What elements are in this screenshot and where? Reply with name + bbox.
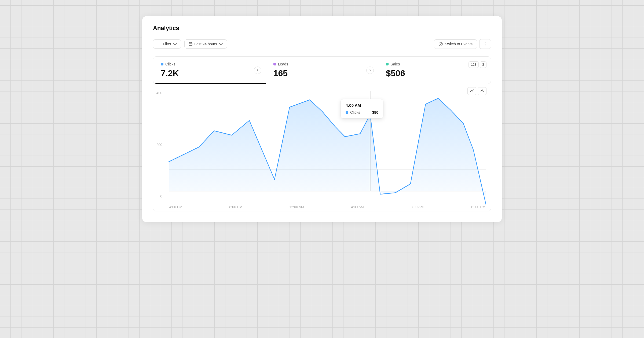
x-axis-labels: 4:00 PM 8:00 PM 12:00 AM 4:00 AM 8:00 AM… bbox=[169, 205, 486, 209]
switch-events-button[interactable]: Switch to Events bbox=[434, 39, 477, 49]
sales-value: $506 bbox=[386, 68, 483, 78]
tooltip-label: Clicks bbox=[346, 110, 360, 115]
calendar-icon bbox=[188, 42, 193, 46]
switch-events-icon bbox=[438, 42, 443, 46]
sales-controls: 123 $ bbox=[469, 61, 486, 68]
clicks-value: 7.2K bbox=[161, 68, 258, 78]
x-label-8pm: 8:00 PM bbox=[229, 205, 242, 209]
x-label-8am: 8:00 AM bbox=[411, 205, 424, 209]
chart-tooltip: 4:00 AM Clicks 380 bbox=[341, 99, 383, 119]
x-label-4am: 4:00 AM bbox=[351, 205, 364, 209]
svg-rect-3 bbox=[189, 43, 192, 46]
more-icon: ⋮ bbox=[483, 41, 488, 47]
clicks-label: Clicks bbox=[165, 62, 175, 66]
filter-button[interactable]: Filter bbox=[153, 39, 181, 49]
time-range-label: Last 24 hours bbox=[194, 42, 217, 46]
page-title: Analytics bbox=[153, 25, 491, 32]
tooltip-metric-label: Clicks bbox=[350, 110, 360, 115]
y-axis-labels: 400 200 0 bbox=[156, 91, 164, 198]
time-range-button[interactable]: Last 24 hours bbox=[184, 39, 227, 49]
x-label-12am: 12:00 AM bbox=[289, 205, 304, 209]
metric-leads[interactable]: Leads 165 bbox=[266, 57, 379, 84]
sales-dollar-button[interactable]: $ bbox=[480, 61, 486, 68]
y-label-200: 200 bbox=[156, 143, 162, 147]
analytics-card: Analytics Filter Last 24 hours bbox=[142, 16, 502, 222]
clicks-nav-button[interactable] bbox=[254, 67, 261, 74]
chart-container: 400 200 0 bbox=[169, 91, 486, 209]
metric-clicks[interactable]: Clicks 7.2K bbox=[153, 57, 266, 84]
sales-count-button[interactable]: 123 bbox=[469, 61, 479, 68]
more-button[interactable]: ⋮ bbox=[479, 39, 491, 49]
toolbar: Filter Last 24 hours bbox=[153, 39, 491, 49]
chart-svg bbox=[169, 91, 486, 209]
sales-dot bbox=[386, 63, 389, 65]
chart-area: 400 200 0 bbox=[153, 84, 491, 211]
switch-events-label: Switch to Events bbox=[445, 42, 473, 46]
time-chevron-icon bbox=[219, 42, 223, 46]
x-label-12pm: 12:00 PM bbox=[470, 205, 485, 209]
leads-label: Leads bbox=[278, 62, 288, 66]
metrics-row: Clicks 7.2K Leads 165 Sales $506 bbox=[153, 56, 491, 84]
toolbar-left: Filter Last 24 hours bbox=[153, 39, 227, 49]
leads-dot bbox=[273, 63, 276, 65]
leads-value: 165 bbox=[273, 68, 371, 78]
tooltip-time: 4:00 AM bbox=[346, 103, 378, 108]
x-label-4pm: 4:00 PM bbox=[169, 205, 182, 209]
tooltip-dot bbox=[346, 111, 348, 114]
chart-area-fill bbox=[169, 98, 486, 205]
filter-label: Filter bbox=[163, 42, 171, 46]
leads-nav-button[interactable] bbox=[366, 67, 374, 74]
y-label-400: 400 bbox=[156, 91, 162, 95]
filter-chevron-icon bbox=[173, 42, 177, 46]
sales-label: Sales bbox=[390, 62, 400, 66]
clicks-dot bbox=[161, 63, 163, 65]
y-label-0: 0 bbox=[160, 194, 162, 198]
metric-sales[interactable]: Sales $506 123 $ bbox=[378, 57, 491, 84]
filter-icon bbox=[157, 42, 161, 46]
tooltip-metric-value: 380 bbox=[372, 110, 378, 115]
toolbar-right: Switch to Events ⋮ bbox=[434, 39, 491, 49]
tooltip-row: Clicks 380 bbox=[346, 110, 378, 115]
